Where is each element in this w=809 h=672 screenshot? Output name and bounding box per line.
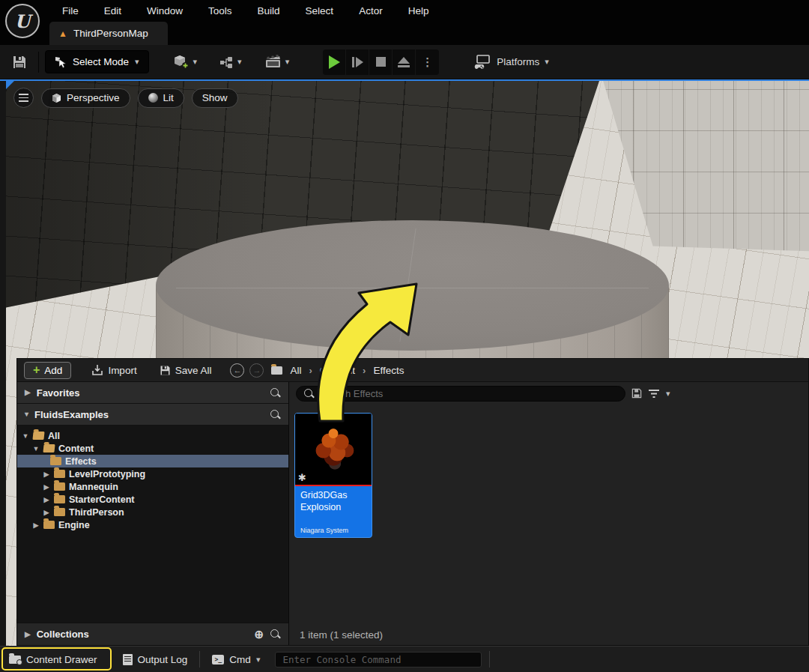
search-icon[interactable] [270,387,281,399]
open-folder-icon [43,444,55,452]
menu-actor[interactable]: Actor [346,0,396,21]
lit-dropdown[interactable]: Lit [138,88,184,108]
save-level-button[interactable] [7,50,32,74]
tree-item-mannequin[interactable]: ▶ Mannequin [17,480,288,493]
breadcrumb-all[interactable]: All [290,365,301,376]
perspective-dropdown[interactable]: Perspective [41,88,130,108]
platforms-icon [473,55,491,70]
status-bar: Content Drawer Output Log >_ Cmd ▾ [0,646,809,672]
platforms-label: Platforms [497,56,539,67]
cmd-label: Cmd [229,654,251,665]
stop-button[interactable] [369,49,393,75]
tab-thirdpersonmap[interactable]: ▲ ThirdPersonMap [49,22,168,45]
show-dropdown[interactable]: Show [192,88,238,108]
search-input[interactable] [320,388,618,399]
breadcrumb-effects[interactable]: Effects [373,365,404,376]
blueprints-icon [219,55,234,69]
collapse-arrow-icon[interactable]: ▶ [43,470,50,478]
select-mode-icon [55,56,67,68]
plus-icon: + [33,364,40,376]
breadcrumb-content[interactable]: Content [320,365,355,376]
cmd-dropdown[interactable]: >_ Cmd ▾ [203,647,269,672]
asset-label: Grid3DGas Explosion Niagara System [295,486,372,537]
play-button[interactable] [323,49,346,75]
select-mode-dropdown[interactable]: Select Mode ▾ [45,50,149,73]
add-button[interactable]: + Add [24,362,71,379]
menu-tools[interactable]: Tools [196,0,245,21]
unreal-logo-icon[interactable]: U [5,4,40,38]
save-all-button[interactable]: Save All [151,359,220,381]
forward-button[interactable]: → [249,363,264,378]
menu-help[interactable]: Help [396,0,442,21]
menu-file[interactable]: File [49,0,91,21]
frame-skip-icon [352,57,363,67]
cinematics-dropdown[interactable]: ▾ [258,50,297,74]
search-icon[interactable] [270,409,281,420]
asset-grid[interactable]: ✱ Grid3DGas Explosion Niagara System 1 i… [289,405,808,645]
asset-tile-grid3dgas-explosion[interactable]: ✱ Grid3DGas Explosion Niagara System [294,413,372,538]
menu-select[interactable]: Select [293,0,347,21]
collapse-arrow-icon[interactable]: ▶ [43,483,50,491]
favorites-section[interactable]: ▶ Favorites [17,382,288,404]
expand-arrow-icon[interactable]: ▼ [32,445,40,452]
folder-icon [54,470,65,478]
menu-build[interactable]: Build [245,0,293,21]
expand-arrow-icon[interactable]: ▼ [22,432,29,440]
folder-tree: ▼ All ▼ Content Effects ▶ [17,426,288,623]
breadcrumb-separator: › [363,365,366,376]
console-command-input[interactable] [275,652,482,668]
collapse-arrow-icon[interactable]: ▶ [43,509,50,516]
open-folder-icon [32,432,44,440]
add-collection-icon[interactable]: ⊕ [254,629,264,640]
chevron-down-icon: ▾ [666,390,670,398]
import-button[interactable]: Import [83,359,145,381]
filter-icon[interactable] [648,389,660,399]
tree-item-thirdperson[interactable]: ▶ ThirdPerson [17,506,288,518]
stop-icon [376,57,386,67]
add-actor-dropdown[interactable]: ▾ [167,50,204,74]
titlebar: U File Edit Window Tools Build Select Ac… [0,0,809,45]
search-icon[interactable] [270,629,281,640]
tree-item-effects[interactable]: Effects [17,455,288,467]
fluidsexamples-section[interactable]: ▾ FluidsExamples [17,404,288,426]
main-toolbar: Select Mode ▾ ▾ ▾ ▾ [0,45,809,79]
tree-item-content[interactable]: ▼ Content [17,442,288,455]
blueprints-dropdown[interactable]: ▾ [213,50,249,74]
favorites-label: Favorites [37,387,80,399]
collections-section[interactable]: ▶ Collections ⊕ [17,623,288,645]
perspective-cube-icon [52,93,61,103]
folder-icon [54,495,65,503]
unreal-editor-window: U File Edit Window Tools Build Select Ac… [0,0,809,672]
frame-skip-button[interactable] [346,49,369,75]
output-log-button[interactable]: Output Log [114,647,197,672]
collections-label: Collections [37,629,89,640]
menu-window[interactable]: Window [134,0,196,21]
breadcrumb: All › Content › Effects [271,365,404,376]
tree-label: ThirdPerson [69,507,124,518]
content-drawer-button[interactable]: Content Drawer [0,647,106,672]
tree-item-startercontent[interactable]: ▶ StarterContent [17,493,288,506]
viewport-menu-button[interactable] [13,88,34,108]
select-mode-label: Select Mode [73,56,129,67]
collapse-arrow-icon[interactable]: ▶ [32,521,40,529]
back-button[interactable]: ← [230,363,244,378]
save-search-icon[interactable] [631,388,642,399]
asset-search[interactable] [296,386,625,402]
tree-item-levelprototyping[interactable]: ▶ LevelPrototyping [17,467,288,480]
back-arrow-icon: ← [233,366,241,375]
menu-edit[interactable]: Edit [91,0,134,21]
lit-label: Lit [163,92,174,103]
content-drawer-label: Content Drawer [26,654,97,665]
viewport-active-border [0,79,809,81]
tree-item-all[interactable]: ▼ All [17,429,288,442]
play-options-button[interactable]: ⋮ [416,49,439,75]
platforms-dropdown[interactable]: Platforms ▾ [473,55,549,70]
scene-cylinder-top [156,220,669,351]
collapse-arrow-icon[interactable]: ▶ [43,496,50,503]
asset-search-row: ▾ [289,382,808,405]
save-all-icon [160,365,171,376]
tree-item-engine[interactable]: ▶ Engine [17,518,288,531]
asset-view: ▾ ✱ Grid3DGas Explosion Niagara System 1 [289,382,808,645]
asset-dirty-badge-icon: ✱ [298,472,306,483]
eject-button[interactable] [393,49,416,75]
